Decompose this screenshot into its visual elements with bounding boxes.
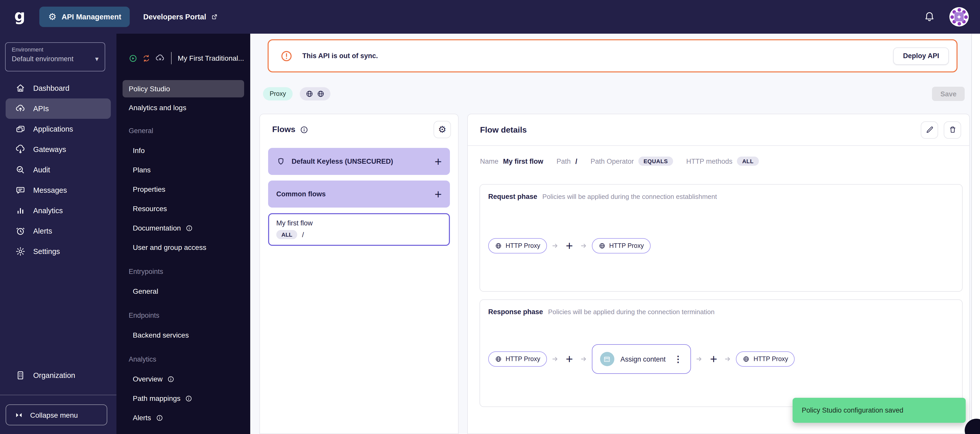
- section-entrypoints: Entrypoints: [123, 262, 244, 282]
- flow-item-selected[interactable]: My first flow ALL /: [268, 213, 450, 246]
- sidebar-item-label: Settings: [33, 247, 60, 255]
- start-api-icon[interactable]: [129, 54, 137, 62]
- organization-icon: [15, 370, 25, 380]
- policy-menu-kebab[interactable]: ⋮: [672, 354, 684, 364]
- http-proxy-connector[interactable]: HTTP Proxy: [488, 238, 547, 253]
- flows-settings-button[interactable]: ⚙: [434, 121, 451, 138]
- sidebar-item-settings[interactable]: Settings: [6, 241, 111, 261]
- info-icon[interactable]: [300, 125, 309, 134]
- api-nav: Policy Studio Analytics and logs General…: [123, 80, 244, 428]
- shield-icon: [276, 157, 285, 166]
- api-type-chips: Proxy: [263, 87, 331, 100]
- bar-chart-icon: [15, 206, 25, 216]
- request-policy-chain: HTTP Proxy + HTTP Proxy: [488, 238, 954, 253]
- main-content: This API is out of sync. Deploy API Prox…: [250, 34, 980, 434]
- delete-flow-button[interactable]: [944, 121, 961, 138]
- operator-label: Path Operator: [590, 157, 634, 165]
- sidebar-item-label: Alerts: [33, 227, 52, 235]
- globe-icon: [598, 242, 606, 249]
- name-label: Name: [480, 157, 498, 165]
- add-flow-button[interactable]: +: [434, 188, 442, 200]
- collapse-menu-button[interactable]: Collapse menu: [6, 404, 107, 425]
- name-value: My first flow: [503, 157, 543, 165]
- banner-message: This API is out of sync.: [302, 52, 378, 60]
- sidebar-item-alerts[interactable]: Alerts: [6, 221, 111, 241]
- user-avatar[interactable]: ✦: [949, 7, 969, 27]
- out-of-sync-icon[interactable]: [142, 54, 151, 62]
- environment-value: Default environment: [12, 55, 73, 62]
- out-of-sync-banner: This API is out of sync. Deploy API: [267, 39, 958, 73]
- deploy-api-button[interactable]: Deploy API: [893, 47, 949, 65]
- primary-sidebar: Environment Default environment ▾ Dashbo…: [0, 34, 116, 434]
- plan-row-common-flows[interactable]: Common flows +: [268, 181, 450, 207]
- audit-search-icon: [15, 165, 25, 175]
- info-icon: [185, 224, 193, 232]
- http-proxy-connector[interactable]: HTTP Proxy: [592, 238, 651, 253]
- edit-flow-button[interactable]: [921, 121, 938, 138]
- sidebar-menu: Dashboard APIs Applications Gateways Aud…: [6, 78, 111, 261]
- sidebar-item-audit[interactable]: Audit: [6, 160, 111, 180]
- api-menu-panel: My First Traditional... Policy Studio An…: [116, 34, 250, 434]
- developers-portal-label: Developers Portal: [143, 13, 206, 21]
- api-nav-plans[interactable]: Plans: [123, 160, 244, 179]
- add-policy-button[interactable]: +: [710, 353, 717, 365]
- scrollbar-track[interactable]: [971, 34, 980, 434]
- add-policy-button[interactable]: +: [566, 353, 573, 365]
- arrow-right-icon: [580, 356, 587, 362]
- response-phase-card: Response phase Policies will be applied …: [479, 299, 963, 407]
- response-policy-chain: HTTP Proxy + Assign content ⋮: [488, 344, 954, 374]
- sidebar-item-dashboard[interactable]: Dashboard: [6, 78, 111, 98]
- chat-bubble-icon: [15, 185, 25, 195]
- add-flow-button[interactable]: +: [434, 155, 442, 168]
- http-proxy-connector[interactable]: HTTP Proxy: [736, 352, 795, 367]
- api-name: My First Traditional...: [178, 54, 244, 62]
- arrow-right-icon: [552, 356, 559, 362]
- api-nav-overview[interactable]: Overview: [123, 369, 244, 389]
- gear-icon: [15, 246, 25, 257]
- sidebar-item-analytics[interactable]: Analytics: [6, 200, 111, 221]
- environment-select[interactable]: Environment Default environment ▾: [5, 42, 105, 71]
- api-nav-path-mappings[interactable]: Path mappings: [123, 389, 244, 408]
- api-nav-analytics-logs[interactable]: Analytics and logs: [123, 99, 244, 116]
- info-icon: [167, 375, 175, 383]
- add-policy-button[interactable]: +: [566, 240, 573, 252]
- api-nav-resources[interactable]: Resources: [123, 199, 244, 218]
- globe-icon: [495, 242, 502, 249]
- api-nav-policy-studio[interactable]: Policy Studio: [123, 80, 244, 97]
- sidebar-item-applications[interactable]: Applications: [6, 119, 111, 139]
- sidebar-item-label: Dashboard: [33, 84, 70, 92]
- api-management-label: API Management: [62, 13, 121, 21]
- info-icon: [185, 394, 193, 402]
- save-button[interactable]: Save: [932, 87, 965, 101]
- applications-cards-icon: [15, 124, 25, 134]
- developers-portal-link[interactable]: Developers Portal: [143, 13, 218, 21]
- policy-studio-panels: Flows ⚙ Default Keyless (UNSECURED) + Co…: [259, 114, 970, 434]
- http-proxy-connector[interactable]: HTTP Proxy: [488, 352, 547, 367]
- api-nav-user-group-access[interactable]: User and group access: [123, 238, 244, 257]
- api-nav-properties[interactable]: Properties: [123, 179, 244, 199]
- plan-row-keyless[interactable]: Default Keyless (UNSECURED) +: [268, 148, 450, 175]
- api-nav-info[interactable]: Info: [123, 141, 244, 160]
- api-nav-alerts[interactable]: Alerts: [123, 408, 244, 428]
- api-nav-documentation[interactable]: Documentation: [123, 218, 244, 238]
- gear-icon: ⚙: [48, 12, 56, 21]
- api-nav-backend-services[interactable]: Backend services: [123, 325, 244, 345]
- warning-icon: [280, 50, 293, 62]
- sidebar-item-organization[interactable]: Organization: [6, 365, 111, 386]
- sidebar-item-apis[interactable]: APIs: [6, 98, 111, 119]
- topbar-right: ✦: [924, 7, 969, 27]
- api-management-switcher[interactable]: ⚙ API Management: [40, 6, 130, 27]
- gear-icon: ⚙: [438, 125, 446, 134]
- notifications-bell-icon[interactable]: [924, 11, 935, 22]
- pencil-icon: [925, 125, 934, 134]
- api-nav-entrypoints-general[interactable]: General: [123, 282, 244, 301]
- toast-message: Policy Studio configuration saved: [802, 407, 904, 414]
- assign-content-policy[interactable]: Assign content ⋮: [592, 344, 691, 374]
- arrow-right-icon: [552, 243, 559, 249]
- sidebar-item-messages[interactable]: Messages: [6, 180, 111, 200]
- sidebar-item-label: Analytics: [33, 206, 63, 215]
- flows-title: Flows: [272, 125, 296, 134]
- sidebar-item-gateways[interactable]: Gateways: [6, 139, 111, 160]
- arrow-right-icon: [580, 243, 587, 249]
- sidebar-item-label: Organization: [33, 371, 75, 379]
